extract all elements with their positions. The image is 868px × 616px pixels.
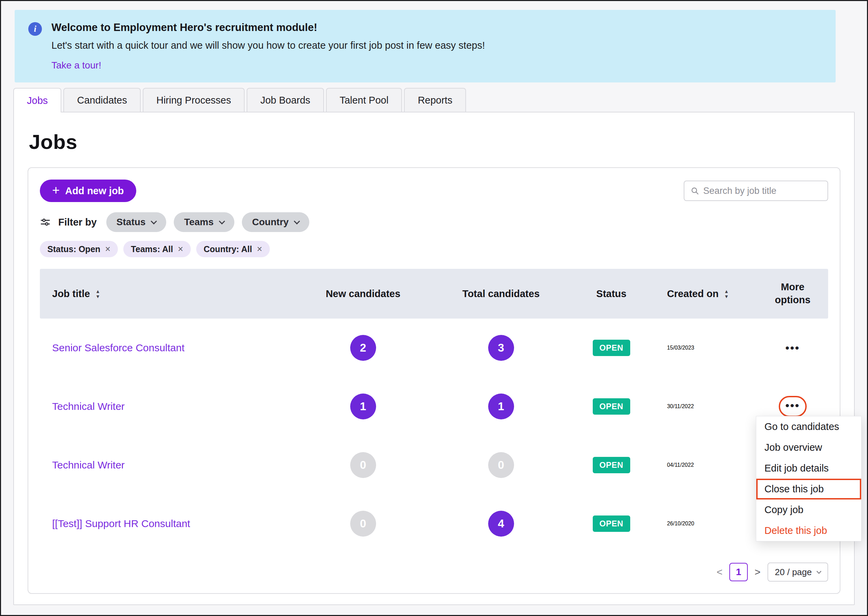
teams-filter-label: Teams xyxy=(184,217,213,228)
country-filter-label: Country xyxy=(252,217,289,228)
more-options-button[interactable]: ••• xyxy=(779,396,807,417)
status-filter-dropdown[interactable]: Status xyxy=(106,212,166,232)
add-new-job-label: Add new job xyxy=(65,185,124,196)
created-on-date: 30/11/2022 xyxy=(655,404,757,410)
chip-label: Teams: All xyxy=(131,244,173,254)
info-icon: i xyxy=(28,22,42,36)
header-total-candidates: Total candidates xyxy=(462,288,540,300)
tab-bar: Jobs Candidates Hiring Processes Job Boa… xyxy=(1,88,867,112)
close-icon[interactable]: × xyxy=(178,245,183,254)
more-options-button[interactable]: ••• xyxy=(786,343,800,353)
tab-talent-pool[interactable]: Talent Pool xyxy=(326,88,402,112)
chevron-down-icon xyxy=(816,569,821,574)
created-on-date: 04/11/2022 xyxy=(655,462,757,468)
job-title-link[interactable]: [[Test]] Support HR Consultant xyxy=(52,518,190,530)
header-more-options: More options xyxy=(772,281,814,306)
banner-title: Welcome to Employment Hero's recruitment… xyxy=(52,22,485,34)
page-title: Jobs xyxy=(29,130,854,154)
jobs-panel: Jobs + Add new job Filter by Status xyxy=(13,112,855,605)
status-badge: OPEN xyxy=(593,457,630,473)
filter-icon xyxy=(40,217,51,228)
search-input[interactable] xyxy=(703,186,821,196)
total-candidates-badge: 1 xyxy=(488,393,514,420)
status-badge: OPEN xyxy=(593,515,630,532)
banner-content: Welcome to Employment Hero's recruitment… xyxy=(52,22,485,71)
menu-item-go-to-candidates[interactable]: Go to candidates xyxy=(756,416,861,437)
banner-subtitle: Let's start with a quick tour and we wil… xyxy=(52,40,485,51)
new-candidates-badge: 0 xyxy=(350,452,376,478)
chevron-down-icon xyxy=(219,218,225,224)
header-job-title-label: Job title xyxy=(52,288,90,300)
filter-row: Filter by Status Teams Country xyxy=(40,212,828,232)
table-row: [[Test]] Support HR Consultant 0 4 OPEN … xyxy=(40,494,828,553)
menu-item-copy-job[interactable]: Copy job xyxy=(756,500,861,520)
tab-candidates[interactable]: Candidates xyxy=(63,88,141,112)
job-title-link[interactable]: Technical Writer xyxy=(52,401,125,412)
search-icon xyxy=(691,186,699,196)
total-candidates-badge: 0 xyxy=(488,452,514,478)
header-job-title: Job title ▲▼ xyxy=(40,288,292,300)
created-on-date: 26/10/2020 xyxy=(655,520,757,527)
new-candidates-badge: 2 xyxy=(350,335,376,361)
teams-filter-dropdown[interactable]: Teams xyxy=(174,212,234,232)
close-icon[interactable]: × xyxy=(257,245,262,254)
header-created-on: Created on ▲▼ xyxy=(655,288,757,300)
chip-teams-all[interactable]: Teams: All × xyxy=(123,241,190,257)
previous-page-button[interactable]: < xyxy=(717,566,723,578)
chevron-down-icon xyxy=(294,218,300,224)
header-status: Status xyxy=(596,288,626,300)
chip-label: Country: All xyxy=(204,244,252,254)
more-options-context-menu: Go to candidates Job overview Edit job d… xyxy=(756,416,862,541)
table-row: Technical Writer 0 0 OPEN 04/11/2022 ••• xyxy=(40,436,828,494)
total-candidates-badge: 4 xyxy=(488,511,514,537)
page-size-label: 20 / page xyxy=(775,567,812,577)
sort-icon[interactable]: ▲▼ xyxy=(96,289,100,299)
table-row: Senior Salesforce Consultant 2 3 OPEN 15… xyxy=(40,319,828,377)
add-new-job-button[interactable]: + Add new job xyxy=(40,179,136,202)
header-created-on-label: Created on xyxy=(667,288,719,300)
next-page-button[interactable]: > xyxy=(755,566,761,578)
welcome-banner: i Welcome to Employment Hero's recruitme… xyxy=(15,10,836,82)
page-size-select[interactable]: 20 / page xyxy=(768,563,828,581)
status-filter-label: Status xyxy=(116,217,146,228)
plus-icon: + xyxy=(52,184,60,196)
active-filter-chips: Status: Open × Teams: All × Country: All… xyxy=(40,241,828,257)
menu-item-delete-this-job[interactable]: Delete this job xyxy=(756,520,861,541)
table-header-row: Job title ▲▼ New candidates Total candid… xyxy=(40,269,828,319)
new-candidates-badge: 1 xyxy=(350,393,376,420)
tab-reports[interactable]: Reports xyxy=(404,88,466,112)
filter-by-label: Filter by xyxy=(58,217,97,228)
app-window: i Welcome to Employment Hero's recruitme… xyxy=(0,0,868,616)
job-search-box xyxy=(684,181,828,201)
close-icon[interactable]: × xyxy=(105,245,111,254)
country-filter-dropdown[interactable]: Country xyxy=(242,212,309,232)
new-candidates-badge: 0 xyxy=(350,511,376,537)
chip-label: Status: Open xyxy=(47,244,100,254)
header-new-candidates: New candidates xyxy=(326,288,400,300)
pagination: < 1 > 20 / page xyxy=(40,563,828,581)
jobs-card: + Add new job Filter by Status Teams xyxy=(28,167,840,594)
take-a-tour-link[interactable]: Take a tour! xyxy=(52,60,101,71)
tab-jobs[interactable]: Jobs xyxy=(13,88,61,112)
table-row: Technical Writer 1 1 OPEN 30/11/2022 ••• xyxy=(40,377,828,436)
menu-item-job-overview[interactable]: Job overview xyxy=(756,437,861,458)
menu-item-close-this-job[interactable]: Close this job xyxy=(756,479,861,500)
job-title-link[interactable]: Senior Salesforce Consultant xyxy=(52,342,185,354)
chip-country-all[interactable]: Country: All × xyxy=(196,241,270,257)
tab-job-boards[interactable]: Job Boards xyxy=(246,88,324,112)
job-title-link[interactable]: Technical Writer xyxy=(52,459,125,471)
created-on-date: 15/03/2023 xyxy=(655,345,757,351)
page-number[interactable]: 1 xyxy=(729,563,748,581)
status-badge: OPEN xyxy=(593,340,630,356)
tab-hiring-processes[interactable]: Hiring Processes xyxy=(143,88,245,112)
chip-status-open[interactable]: Status: Open × xyxy=(40,241,118,257)
status-badge: OPEN xyxy=(593,398,630,415)
chevron-down-icon xyxy=(151,218,157,224)
sort-icon[interactable]: ▲▼ xyxy=(724,289,729,299)
menu-item-edit-job-details[interactable]: Edit job details xyxy=(756,458,861,479)
toolbar: + Add new job xyxy=(40,179,828,202)
total-candidates-badge: 3 xyxy=(488,335,514,361)
